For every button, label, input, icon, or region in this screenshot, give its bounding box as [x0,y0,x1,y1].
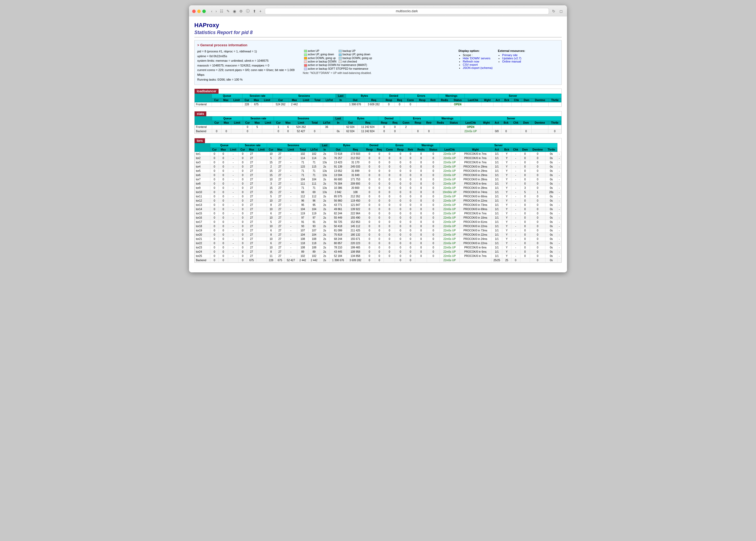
th-max-sr-lb: Max [251,98,261,102]
col-group-queue-tors: Queue [210,143,239,148]
backup-up-going-down-color [339,53,342,56]
col-group-queue-stats: Queue [212,117,243,121]
tors-section: tors Queue Session rate Sessions Last By… [194,138,562,263]
tors-row-name-tor10: tor10 [195,190,210,195]
display-option-refresh[interactable]: Refresh now [463,60,492,63]
col-group-queue-lb: Queue [212,94,243,98]
ext-updates[interactable]: Updates (v2.7) [502,57,525,60]
stat-maxsock: maxsock = 1048575; maxconn = 524262; max… [197,63,298,68]
url-bar[interactable]: multisocks.dark [265,8,549,14]
table-row: Frontend 228 675 524 262 2 442 1 398 676… [195,102,561,107]
th-max-q-lb: Max [221,98,231,102]
minimize-button[interactable] [197,10,201,13]
tors-table: Queue Session rate Sessions Last Bytes D… [195,143,561,263]
forward-button[interactable]: › [215,9,218,14]
legend-item-backup-up-going-down: backup UP, going down [338,53,373,56]
traffic-lights [192,10,206,13]
tors-row-name-tor13: tor13 [195,203,210,207]
stats-section: stats Queue Session rate Sessions Last B… [194,111,562,134]
th-wght-lb: Wght [482,98,493,102]
browser-controls: ‹ › ☷ ✎ ◉ ⚙ ⓘ ⬆ + [210,8,263,14]
copy-button[interactable]: ◻ [558,9,564,14]
back-button[interactable]: ‹ [210,9,213,14]
display-option-json[interactable]: JSON export (schema) [463,66,492,69]
col-group-bytes-tors: Bytes [330,143,364,148]
legend-item-active-down-going-up: active DOWN, going up [303,56,338,60]
active-backup-down-color [304,60,307,63]
th-in-lb: In [335,98,346,102]
close-button[interactable] [192,10,196,13]
table-row: tor800-027327-1111112s76 304209 89300000… [195,182,561,186]
table-row: Frontend 05 16524 26236 62 02411 242 824… [195,125,561,129]
csv-export-link[interactable]: CSV export [463,63,478,66]
manual-link[interactable]: Online manual [502,60,521,63]
bookmark-button[interactable]: ✎ [225,9,231,14]
legend-item-active-backup-down: active or backup DOWN [303,60,338,63]
table-row: tor200-027527-1141142s76 257212 55200000… [195,156,561,160]
hide-down-link[interactable]: Hide 'DOWN' servers [463,57,490,60]
tors-row-name-tor1: tor1 [195,152,210,156]
col-last-stats: Last [333,117,343,121]
th-req-e-lb: Req [395,98,404,102]
table-row: tor2500-0271127-1021022s52 184134 858000… [195,254,561,258]
maximize-button[interactable] [202,10,206,13]
legend-item-active-up: active UP [303,49,338,53]
tors-row-name-tor6: tor6 [195,173,210,178]
th-lbtot-lb: LbTot [323,98,335,102]
th-limit-sr-lb: Limit [261,98,273,102]
tors-row-name-tor16: tor16 [195,216,210,220]
legend-item-maint: active or backup DOWN for maintenance (M… [303,63,373,67]
primary-site-link[interactable]: Primary site [502,53,517,57]
th-req-d-lb: Req [364,98,383,102]
th-dwntme-lb: Dwntme [532,98,549,102]
info-icon[interactable]: ⓘ [245,8,251,14]
col-group-warnings-tors: Warnings [415,143,440,148]
active-up-going-down-color [304,53,307,56]
legend-note: Note: "NOLB"/"DRAIN" = UP with load-bala… [303,72,453,75]
json-export-link[interactable]: JSON export (schema) [463,66,492,69]
tors-row-name-tor11: tor11 [195,195,210,199]
settings-icon[interactable]: ⚙ [238,9,244,14]
col-group-sessions-tors: Sessions [267,143,320,148]
table-row: tor300-0271527-717113s13 42331 170000000… [195,160,561,165]
col-group-sessions-lb: Sessions [273,94,336,98]
browser-titlebar: ‹ › ☷ ✎ ◉ ⚙ ⓘ ⬆ + multisocks.dark ↻ ◻ [189,5,567,17]
reload-button[interactable]: ↻ [551,9,556,14]
tors-row-name-tor23: tor23 [195,246,210,250]
ext-primary-site[interactable]: Primary site [502,53,525,57]
general-info-section: > General process information pid = 8 (p… [194,40,562,85]
display-option-hide-down[interactable]: Hide 'DOWN' servers [463,57,492,60]
display-options-list: Scope : Hide 'DOWN' servers Refresh now … [458,53,492,69]
loadbalancer-table: Queue Session rate Sessions Last Bytes D… [195,94,561,107]
table-row: tor2100-0271027-1081082s68 244155 671000… [195,237,561,241]
th-bck-lb: Bck [502,98,512,102]
browser-content: HAProxy Statistics Report for pid 8 > Ge… [189,17,567,272]
th-cur-q-lb: Cur [212,98,221,102]
updates-link[interactable]: Updates (v2.7) [502,57,521,60]
tors-header: tors [195,138,205,143]
new-tab-button[interactable]: + [258,9,262,14]
stats-subtitle: Statistics Report for pid 8 [194,30,562,38]
th-dwn-lb: Dwn [521,98,532,102]
tors-row-name-tor3: tor3 [195,160,210,165]
refresh-now-link[interactable]: Refresh now [463,60,479,63]
th-thrtle-lb: Thrtle [548,98,561,102]
share-button[interactable]: ⬆ [252,9,257,14]
table-row: tor1700-027527-91912s56 725152 853000000… [195,220,561,224]
th-redis-lb: Redis [438,98,451,102]
tab-view-button[interactable]: ☷ [219,9,224,14]
th-act-lb: Act [493,98,502,102]
col-group-sessrate-stats: Session rate [243,117,274,121]
stat-conns: current conns = 229; current pipes = 0/0… [197,68,298,77]
ext-manual[interactable]: Online manual [502,60,525,63]
col-name-stats [195,117,212,125]
table-row: tor2300-0271027-1081082s78 210199 465000… [195,246,561,250]
shield-icon[interactable]: ◉ [232,9,237,14]
tors-row-name-tor22: tor22 [195,241,210,246]
col-name-tors [195,143,210,152]
loadbalancer-section: loadbalancer Queue Session rate Sessions… [194,89,562,107]
display-option-csv[interactable]: CSV export [463,63,492,66]
table-row: tor1200-0271027-96962s56 860119 45000000… [195,199,561,203]
active-up-color [304,50,307,52]
table-row: tor1600-0271027-97972s55 449155 49000000… [195,216,561,220]
